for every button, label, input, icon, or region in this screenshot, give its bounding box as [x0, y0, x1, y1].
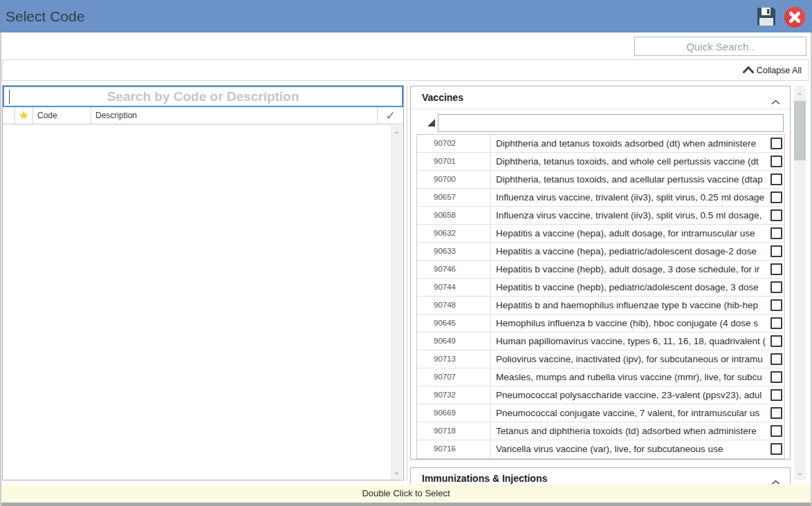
vaccine-description: Pneumococcal conjugate vaccine, 7 valent… [491, 404, 784, 422]
vaccine-checkbox[interactable] [771, 317, 782, 329]
vaccine-checkbox[interactable] [771, 407, 782, 419]
collapse-all-label: Collapse All [757, 66, 802, 75]
vaccine-checkbox[interactable] [771, 227, 782, 239]
vaccine-description: Hepatitis b vaccine (hepb), adult dosage… [491, 261, 784, 278]
save-button[interactable] [755, 6, 777, 28]
vaccine-description: Pneumococcal polysaccharide vaccine, 23-… [491, 386, 784, 404]
vaccine-checkbox[interactable] [771, 245, 782, 257]
vaccine-row[interactable]: 90669Pneumococcal conjugate vaccine, 7 v… [417, 404, 784, 422]
vaccine-description: Tetanus and diphtheria toxoids (td) adso… [491, 422, 784, 440]
vaccine-row[interactable]: 90716Varicella virus vaccine (var), live… [417, 440, 784, 458]
vaccine-code: 90744 [417, 279, 491, 296]
vaccine-checkbox[interactable] [771, 281, 782, 293]
vaccine-checkbox[interactable] [771, 371, 782, 383]
vaccine-row[interactable]: 90746Hepatitis b vaccine (hepb), adult d… [417, 261, 784, 279]
vaccine-description: Measles, mumps and rubella virus vaccine… [491, 368, 784, 386]
vaccine-description: Diphtheria, tetanus toxoids, and acellul… [491, 171, 784, 188]
immunizations-group-header[interactable]: Immunizations & Injections [411, 468, 790, 484]
vaccine-code: 90702 [417, 135, 491, 152]
close-button[interactable] [784, 6, 806, 28]
vaccine-description: Hepatitis b and haemophilus influenzae t… [491, 297, 784, 314]
vaccine-row[interactable]: 90649Human papillomavirus vaccine, types… [417, 332, 784, 350]
vaccine-checkbox[interactable] [771, 209, 782, 221]
vaccine-checkbox[interactable] [771, 335, 782, 347]
window-left-border [0, 32, 1, 506]
chevron-up-icon[interactable] [771, 476, 780, 484]
chevron-up-icon [743, 66, 754, 75]
vaccine-description: Diphtheria and tetanus toxoids adsorbed … [491, 135, 784, 152]
window-bottom-border [0, 503, 812, 506]
vaccines-filter-input[interactable] [438, 114, 784, 132]
vaccine-code: 90746 [417, 261, 491, 278]
immunizations-group: Immunizations & Injections [410, 467, 791, 484]
vaccine-row[interactable]: 90658Influenza virus vaccine, trivalent … [417, 207, 784, 225]
scrollbar-thumb[interactable] [794, 101, 806, 160]
scroll-down-icon[interactable]: ⌄ [794, 465, 806, 478]
vaccine-row[interactable]: 90700Diphtheria, tetanus toxoids, and ac… [417, 171, 784, 189]
left-scrollbar[interactable]: ⌃ ⌄ [391, 125, 403, 479]
vaccine-code: 90713 [417, 350, 491, 368]
vaccine-row[interactable]: 90632Hepatitis a vaccine (hepa), adult d… [417, 225, 784, 243]
vaccine-row[interactable]: 90701Diphtheria, tetanus toxoids, and wh… [417, 153, 784, 171]
vaccine-description: Influenza virus vaccine, trivalent (iiv3… [491, 207, 784, 224]
scroll-down-icon[interactable]: ⌄ [391, 465, 403, 477]
vaccine-checkbox[interactable] [771, 263, 782, 275]
vaccine-code: 90669 [417, 404, 491, 422]
vaccine-code: 90748 [417, 297, 491, 314]
vaccine-checkbox[interactable] [771, 138, 782, 149]
panel-splitter [407, 85, 407, 480]
toolbar: Collapse All [2, 59, 809, 81]
expander-triangle-icon[interactable] [427, 119, 435, 126]
vaccine-row[interactable]: 90645Hemophilus influenza b vaccine (hib… [417, 315, 784, 332]
vaccine-checkbox[interactable] [771, 174, 782, 185]
vaccine-row[interactable]: 90702Diphtheria and tetanus toxoids adso… [417, 135, 784, 153]
code-results-list [3, 125, 391, 480]
vaccine-checkbox[interactable] [771, 299, 782, 311]
footer-hint-text: Double Click to Select [362, 488, 450, 498]
window-title: Select Code [6, 0, 84, 32]
vaccine-checkbox[interactable] [771, 425, 782, 437]
vaccine-checkbox[interactable] [771, 389, 782, 401]
vaccine-description: Diphtheria, tetanus toxoids, and whole c… [491, 153, 784, 170]
right-scrollbar[interactable]: ⌃ ⌄ [794, 86, 806, 480]
vaccine-code: 90632 [417, 225, 491, 242]
vaccine-code: 90732 [417, 386, 491, 404]
column-code[interactable]: Code [33, 107, 91, 124]
vaccine-code: 90658 [417, 207, 491, 224]
vaccine-row[interactable]: 90633Hepatitis a vaccine (hepa), pediatr… [417, 243, 784, 261]
collapse-all-button[interactable]: Collapse All [743, 60, 802, 80]
vaccines-group-title: Vaccines [422, 86, 463, 109]
vaccine-checkbox[interactable] [771, 156, 782, 167]
vaccine-row[interactable]: 90748Hepatitis b and haemophilus influen… [417, 297, 784, 315]
vaccine-row[interactable]: 90744Hepatitis b vaccine (hepb), pediatr… [417, 279, 784, 297]
code-search-panel: ★ Code Description ✓ ⌃ ⌄ [2, 85, 404, 480]
code-search-input[interactable] [3, 86, 403, 107]
vaccine-row[interactable]: 90732Pneumococcal polysaccharide vaccine… [417, 386, 784, 404]
results-table-header: ★ Code Description ✓ [3, 107, 403, 124]
chevron-up-icon[interactable] [771, 95, 780, 108]
vaccines-group-header[interactable]: Vaccines [411, 86, 790, 109]
vaccine-row[interactable]: 90713Poliovirus vaccine, inactivated (ip… [417, 350, 784, 368]
quick-search-input[interactable] [634, 37, 806, 56]
vaccine-code: 90718 [417, 422, 491, 440]
immunizations-group-title: Immunizations & Injections [422, 468, 547, 484]
check-icon: ✓ [385, 110, 395, 122]
vaccine-row[interactable]: 90657Influenza virus vaccine, trivalent … [417, 189, 784, 207]
vaccine-code: 90716 [417, 440, 491, 458]
vaccine-checkbox[interactable] [771, 191, 782, 203]
vaccine-checkbox[interactable] [771, 443, 782, 455]
text-caret [9, 90, 10, 104]
star-icon: ★ [19, 110, 28, 121]
vaccine-row[interactable]: 90718Tetanus and diphtheria toxoids (td)… [417, 422, 784, 440]
scroll-up-icon[interactable]: ⌃ [391, 127, 403, 140]
column-blank [3, 107, 15, 124]
scroll-up-icon[interactable]: ⌃ [794, 88, 806, 101]
vaccine-checkbox[interactable] [771, 353, 782, 365]
vaccine-row[interactable]: 90707Measles, mumps and rubella virus va… [417, 368, 784, 386]
vaccine-code: 90701 [417, 153, 491, 170]
column-favorite[interactable]: ★ [15, 107, 33, 124]
vaccine-code: 90633 [417, 243, 491, 260]
column-selected[interactable]: ✓ [378, 107, 403, 124]
titlebar: Select Code [0, 0, 812, 32]
column-description[interactable]: Description [91, 107, 378, 124]
